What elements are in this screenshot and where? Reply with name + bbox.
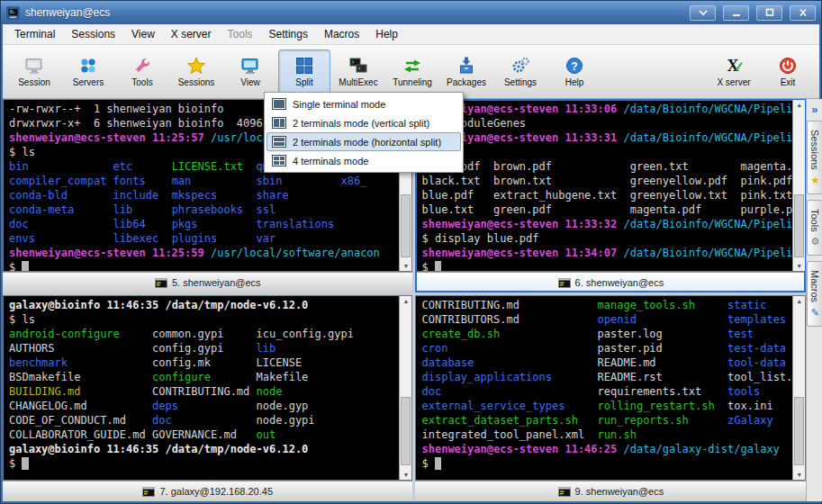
- menubar-item-view[interactable]: View: [123, 25, 163, 43]
- toolbar-button-label: Settings: [504, 77, 537, 87]
- menubar-item-tools[interactable]: Tools: [220, 25, 261, 43]
- split-menu-item-single-terminal-mode[interactable]: Single terminal mode: [266, 94, 461, 113]
- sidebar-tab-sessions[interactable]: Sessions★: [807, 121, 822, 194]
- scrollbar-thumb[interactable]: [794, 194, 804, 257]
- terminal-pane-9[interactable]: CONTRIBUTING.md manage_tools.sh staticCO…: [415, 295, 806, 501]
- toolbar-button-sessions[interactable]: Sessions: [170, 50, 222, 94]
- toolbar-button-split[interactable]: Split: [278, 50, 330, 94]
- terminal-text-line: create_db.sh paster.log test: [421, 327, 792, 341]
- sidebar-tab-tools[interactable]: Tools⚙: [807, 200, 822, 256]
- scrollbar-thumb[interactable]: [401, 397, 411, 464]
- terminal-pane-7[interactable]: galaxy@bioinfo 11:46:35 /data/tmp/node-v…: [3, 295, 412, 501]
- close-button[interactable]: [790, 5, 816, 21]
- terminal-tab-5[interactable]: 5. shenweiyan@ecs: [3, 272, 412, 292]
- menubar-item-sessions[interactable]: Sessions: [63, 25, 123, 43]
- terminal-text-line: CONTRIBUTING.md manage_tools.sh static: [421, 298, 792, 312]
- scroll-up-arrow[interactable]: ▲: [793, 100, 805, 110]
- scroll-down-arrow[interactable]: ▼: [400, 261, 411, 271]
- settings-icon: [510, 56, 530, 76]
- sidebar-tab-macros[interactable]: Macros✎: [807, 261, 822, 327]
- terminal-text-line: $: [9, 456, 399, 471]
- terminal-6: shenweiyan@ecs-steven 11:33:06 /data/Bio…: [415, 99, 806, 272]
- scroll-down-arrow[interactable]: ▼: [400, 470, 411, 480]
- xserver-icon: X: [724, 56, 744, 76]
- scroll-up-arrow[interactable]: ▲: [793, 296, 805, 306]
- terminal-icon: [558, 487, 571, 497]
- toolbar-button-tools[interactable]: Tools: [116, 50, 168, 94]
- toolbar-button-settings[interactable]: Settings: [494, 50, 546, 94]
- toolbar-button-exit[interactable]: Exit: [762, 50, 814, 94]
- scroll-down-arrow[interactable]: ▼: [793, 470, 805, 480]
- terminal-text-line: database README.md tool-data: [421, 356, 792, 370]
- minimize-icon: [731, 8, 742, 17]
- menubar-item-help[interactable]: Help: [367, 25, 406, 43]
- toolbar-right-group: XX serverExit: [708, 50, 814, 94]
- servers-icon: [78, 56, 98, 76]
- terminal-tab-7[interactable]: 7. galaxy@192.168.20.45: [3, 481, 412, 501]
- split-menu-item-4-terminals-mode[interactable]: 4 terminals mode: [266, 151, 461, 170]
- toolbar-button-label: MultiExec: [339, 77, 377, 87]
- app-window: shenweiyan@ecs TerminalSessionsViewX ser…: [0, 0, 822, 504]
- terminal-6-output[interactable]: shenweiyan@ecs-steven 11:33:06 /data/Bio…: [416, 100, 792, 271]
- terminal-tab-label: 7. galaxy@192.168.20.45: [159, 486, 273, 497]
- scroll-down-arrow[interactable]: ▼: [793, 261, 805, 271]
- terminal-7-output[interactable]: galaxy@bioinfo 11:46:35 /data/tmp/node-v…: [4, 296, 399, 480]
- menubar-item-x-server[interactable]: X server: [163, 25, 220, 43]
- terminal-7-scrollbar[interactable]: ▲ ▼: [399, 296, 411, 480]
- toolbar-button-session[interactable]: Session: [8, 50, 60, 94]
- terminal-tab-label: 5. shenweiyan@ecs: [172, 277, 261, 288]
- terminal-pane-6[interactable]: shenweiyan@ecs-steven 11:33:06 /data/Bio…: [415, 99, 806, 292]
- terminal-text-line: CONTRIBUTORS.md openid templates: [421, 312, 792, 327]
- toolbar-button-multiexec[interactable]: MultiExec: [332, 50, 384, 94]
- menubar: TerminalSessionsViewX serverToolsSetting…: [3, 24, 819, 45]
- toolbar-button-label: Sessions: [178, 77, 215, 87]
- terminal-text-line: galaxy@bioinfo 11:46:35 /data/tmp/node-v…: [9, 298, 399, 312]
- sidebar-tab-label: Macros: [809, 270, 820, 302]
- terminal-text-line: conda-meta lib phrasebooks ssl: [9, 202, 399, 217]
- sidebar-expand-button[interactable]: »: [811, 104, 817, 115]
- toolbar-button-help[interactable]: ?Help: [548, 50, 601, 94]
- toolbar-button-x-server[interactable]: XX server: [708, 50, 760, 94]
- help-icon: ?: [565, 56, 584, 76]
- window-title: shenweiyan@ecs: [25, 6, 682, 19]
- terminal-6-scrollbar[interactable]: ▲ ▼: [792, 100, 805, 271]
- split-menu-item-label: 2 terminals mode (horizontal split): [293, 137, 441, 148]
- toolbar-button-tunneling[interactable]: Tunneling: [386, 50, 438, 94]
- toolbar-button-servers[interactable]: Servers: [62, 50, 114, 94]
- terminal-icon: [142, 487, 155, 497]
- toolbar-button-packages[interactable]: Packages: [440, 50, 492, 94]
- menubar-item-macros[interactable]: Macros: [316, 25, 367, 43]
- terminal-9-scrollbar[interactable]: ▲ ▼: [792, 296, 805, 480]
- minimize-button[interactable]: [723, 5, 749, 21]
- terminal-text-line: black.pdf brown.pdf green.txt magenta.: [421, 159, 792, 174]
- close-icon: [798, 8, 808, 17]
- scrollbar-thumb[interactable]: [401, 194, 411, 257]
- toolbar-button-view[interactable]: View: [224, 50, 276, 94]
- split-icon: [294, 56, 314, 76]
- terminal-text-line: $: [421, 456, 792, 471]
- toolbar-button-label: Tunneling: [393, 77, 432, 87]
- scroll-up-arrow[interactable]: ▲: [400, 296, 411, 306]
- chevron-down-icon: [698, 8, 709, 17]
- toolbar-button-label: Split: [295, 77, 312, 87]
- split-menu-item-2-terminals-mode-vertical-split-[interactable]: 2 terminals mode (vertical split): [266, 113, 461, 132]
- collapse-toolbar-button[interactable]: [690, 5, 716, 21]
- terminal-text-line: doc requirements.txt tools: [421, 384, 792, 399]
- terminal-9-output[interactable]: CONTRIBUTING.md manage_tools.sh staticCO…: [416, 296, 792, 480]
- menubar-item-settings[interactable]: Settings: [261, 25, 316, 43]
- titlebar[interactable]: shenweiyan@ecs: [1, 1, 821, 24]
- terminal-tab-6[interactable]: 6. shenweiyan@ecs: [415, 272, 806, 292]
- exit-icon: [778, 56, 798, 76]
- terminal-text-line: shenweiyan@ecs-steven 11:46:25 /data/gal…: [421, 442, 792, 456]
- menubar-item-terminal[interactable]: Terminal: [6, 25, 63, 43]
- view-icon: [240, 56, 260, 76]
- terminal-tab-9[interactable]: 9. shenweiyan@ecs: [415, 481, 806, 501]
- scrollbar-thumb[interactable]: [794, 397, 804, 464]
- svg-text:?: ?: [571, 60, 577, 73]
- maximize-icon: [764, 8, 775, 17]
- split-menu-item-2-terminals-mode-horizontal-split-[interactable]: 2 terminals mode (horizontal split): [266, 132, 461, 151]
- terminal-text-line: $: [9, 260, 399, 271]
- split-menu-item-label: Single terminal mode: [293, 99, 385, 110]
- maximize-button[interactable]: [756, 5, 782, 21]
- terminal-text-line: benchmark config.mk LICENSE: [9, 356, 399, 370]
